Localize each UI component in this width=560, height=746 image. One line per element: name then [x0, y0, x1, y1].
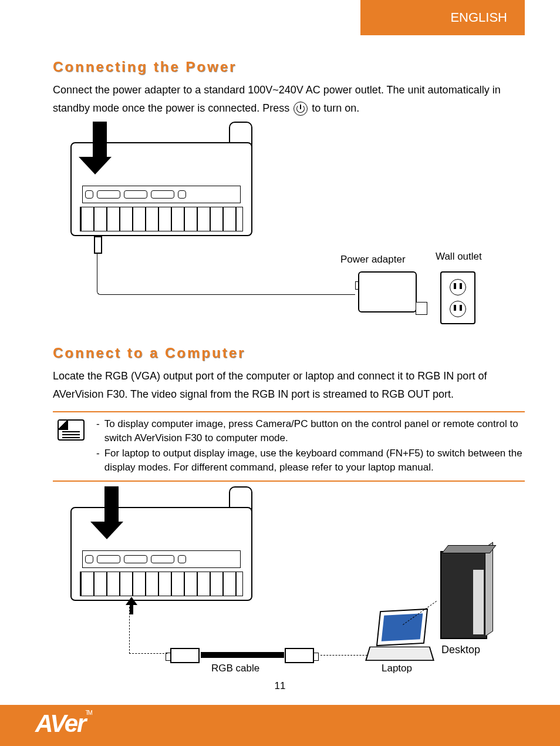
dc-jack-illustration — [94, 236, 102, 254]
device-ports — [82, 550, 241, 568]
arrow-down-icon — [88, 122, 112, 174]
rgb-cable-label: RGB cable — [211, 663, 259, 674]
dashed-connector-line — [129, 607, 167, 654]
section1-paragraph: Connect the power adapter to a standard … — [53, 81, 525, 117]
page-content: Connecting the Power Connect the power a… — [53, 59, 525, 663]
logo-text: AVer — [35, 710, 85, 737]
power-adapter-label: Power adapter — [340, 254, 406, 266]
note-text: To display computer image, press Camera/… — [104, 417, 522, 445]
wall-outlet-illustration — [440, 271, 475, 324]
power-icon — [294, 102, 308, 116]
note-list: -To display computer image, press Camera… — [96, 417, 522, 475]
power-cord-illustration — [97, 254, 355, 295]
section1-title: Connecting the Power — [53, 59, 525, 75]
desktop-illustration — [440, 551, 487, 639]
figure-computer-connection: RGB cable Laptop Desktop — [53, 486, 525, 663]
device-ports — [82, 186, 241, 203]
laptop-illustration — [367, 610, 438, 664]
section1-para-before: Connect the power adapter to a standard … — [53, 84, 501, 114]
desktop-label: Desktop — [441, 644, 480, 656]
note-item: -To display computer image, press Camera… — [96, 417, 522, 445]
note-text: For laptop to output display image, use … — [104, 446, 522, 475]
device-illustration — [70, 507, 252, 601]
power-adapter-illustration — [358, 271, 417, 312]
section2-title: Connect to a Computer — [53, 345, 525, 361]
note-box: -To display computer image, press Camera… — [53, 411, 525, 481]
note-icon — [58, 419, 85, 441]
vga-connector-right-illustration — [285, 648, 314, 663]
brand-logo: AVerTM — [35, 710, 92, 738]
laptop-label: Laptop — [382, 663, 412, 674]
figure-power-connection: Power adapter Wall outlet — [53, 122, 525, 333]
vga-connector-left-illustration — [170, 648, 200, 663]
language-tab: ENGLISH — [360, 0, 525, 35]
wall-outlet-label: Wall outlet — [436, 251, 482, 263]
page-number: 11 — [0, 680, 560, 692]
section1-para-after: to turn on. — [312, 102, 359, 114]
trademark-symbol: TM — [85, 710, 91, 716]
note-item: -For laptop to output display image, use… — [96, 446, 522, 475]
arrow-down-icon — [100, 486, 123, 539]
section2-paragraph: Locate the RGB (VGA) output port of the … — [53, 367, 525, 403]
vga-cable-illustration — [201, 652, 284, 658]
